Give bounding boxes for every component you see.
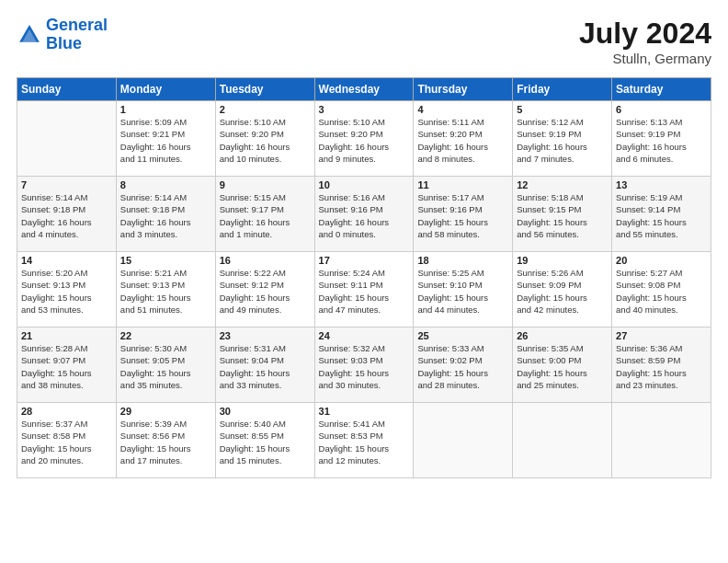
logo-text: General Blue (46, 17, 108, 53)
day-number: 25 (417, 330, 508, 341)
calendar-title: July 2024 (579, 17, 711, 51)
calendar-week-row: 14Sunrise: 5:20 AM Sunset: 9:13 PM Dayli… (17, 252, 711, 327)
day-info: Sunrise: 5:36 AM Sunset: 8:59 PM Dayligh… (616, 342, 707, 391)
day-info: Sunrise: 5:11 AM Sunset: 9:20 PM Dayligh… (417, 116, 508, 165)
day-number: 6 (616, 104, 707, 115)
calendar-cell: 5Sunrise: 5:12 AM Sunset: 9:19 PM Daylig… (513, 101, 612, 177)
calendar-header-row: SundayMondayTuesdayWednesdayThursdayFrid… (17, 78, 711, 101)
day-info: Sunrise: 5:21 AM Sunset: 9:13 PM Dayligh… (120, 267, 211, 316)
logo-icon (17, 22, 42, 48)
page-container: General Blue July 2024 Stulln, Germany S… (0, 0, 728, 488)
calendar-cell: 31Sunrise: 5:41 AM Sunset: 8:53 PM Dayli… (314, 403, 414, 478)
calendar-week-row: 7Sunrise: 5:14 AM Sunset: 9:18 PM Daylig… (17, 177, 711, 252)
col-header-tuesday: Tuesday (215, 78, 314, 101)
day-info: Sunrise: 5:10 AM Sunset: 9:20 PM Dayligh… (319, 116, 410, 165)
day-number: 18 (417, 255, 508, 266)
calendar-location: Stulln, Germany (579, 51, 711, 66)
calendar-cell (513, 403, 612, 478)
col-header-thursday: Thursday (414, 78, 513, 101)
day-number: 31 (319, 406, 410, 417)
logo-blue-text: Blue (46, 34, 82, 52)
col-header-wednesday: Wednesday (314, 78, 414, 101)
day-number: 4 (417, 104, 508, 115)
day-info: Sunrise: 5:24 AM Sunset: 9:11 PM Dayligh… (319, 267, 410, 316)
day-number: 8 (120, 179, 211, 190)
calendar-cell: 22Sunrise: 5:30 AM Sunset: 9:05 PM Dayli… (116, 327, 215, 403)
calendar-cell (414, 403, 513, 478)
calendar-cell: 29Sunrise: 5:39 AM Sunset: 8:56 PM Dayli… (116, 403, 215, 478)
day-number: 22 (120, 330, 211, 341)
day-number: 3 (319, 104, 410, 115)
calendar-cell: 10Sunrise: 5:16 AM Sunset: 9:16 PM Dayli… (314, 177, 414, 252)
day-info: Sunrise: 5:27 AM Sunset: 9:08 PM Dayligh… (616, 267, 707, 316)
day-number: 12 (517, 179, 608, 190)
day-info: Sunrise: 5:14 AM Sunset: 9:18 PM Dayligh… (120, 191, 211, 240)
day-info: Sunrise: 5:10 AM Sunset: 9:20 PM Dayligh… (220, 116, 311, 165)
day-info: Sunrise: 5:26 AM Sunset: 9:09 PM Dayligh… (517, 267, 608, 316)
calendar-cell: 13Sunrise: 5:19 AM Sunset: 9:14 PM Dayli… (612, 177, 711, 252)
day-info: Sunrise: 5:32 AM Sunset: 9:03 PM Dayligh… (319, 342, 410, 391)
day-info: Sunrise: 5:40 AM Sunset: 8:55 PM Dayligh… (220, 418, 311, 466)
col-header-monday: Monday (116, 78, 215, 101)
calendar-week-row: 21Sunrise: 5:28 AM Sunset: 9:07 PM Dayli… (17, 327, 711, 403)
day-info: Sunrise: 5:35 AM Sunset: 9:00 PM Dayligh… (517, 342, 608, 391)
day-number: 23 (220, 330, 311, 341)
day-number: 11 (417, 179, 508, 190)
logo: General Blue (17, 17, 108, 53)
calendar-cell: 3Sunrise: 5:10 AM Sunset: 9:20 PM Daylig… (314, 101, 414, 177)
day-info: Sunrise: 5:13 AM Sunset: 9:19 PM Dayligh… (616, 116, 707, 165)
day-number: 14 (21, 255, 112, 266)
day-number: 10 (319, 179, 410, 190)
day-number: 17 (319, 255, 410, 266)
day-info: Sunrise: 5:41 AM Sunset: 8:53 PM Dayligh… (319, 418, 410, 466)
day-number: 2 (220, 104, 311, 115)
calendar-cell: 7Sunrise: 5:14 AM Sunset: 9:18 PM Daylig… (17, 177, 117, 252)
day-number: 26 (517, 330, 608, 341)
day-info: Sunrise: 5:15 AM Sunset: 9:17 PM Dayligh… (220, 191, 311, 240)
day-info: Sunrise: 5:33 AM Sunset: 9:02 PM Dayligh… (417, 342, 508, 391)
day-number: 24 (319, 330, 410, 341)
day-number: 15 (120, 255, 211, 266)
day-number: 29 (120, 406, 211, 417)
day-info: Sunrise: 5:19 AM Sunset: 9:14 PM Dayligh… (616, 191, 707, 240)
calendar-cell: 2Sunrise: 5:10 AM Sunset: 9:20 PM Daylig… (215, 101, 314, 177)
day-info: Sunrise: 5:22 AM Sunset: 9:12 PM Dayligh… (220, 267, 311, 316)
calendar-week-row: 1Sunrise: 5:09 AM Sunset: 9:21 PM Daylig… (17, 101, 711, 177)
day-info: Sunrise: 5:17 AM Sunset: 9:16 PM Dayligh… (417, 191, 508, 240)
calendar-cell: 16Sunrise: 5:22 AM Sunset: 9:12 PM Dayli… (215, 252, 314, 327)
calendar-cell: 1Sunrise: 5:09 AM Sunset: 9:21 PM Daylig… (116, 101, 215, 177)
day-number: 30 (220, 406, 311, 417)
day-info: Sunrise: 5:09 AM Sunset: 9:21 PM Dayligh… (120, 116, 211, 165)
day-info: Sunrise: 5:31 AM Sunset: 9:04 PM Dayligh… (220, 342, 311, 391)
calendar-cell: 9Sunrise: 5:15 AM Sunset: 9:17 PM Daylig… (215, 177, 314, 252)
day-info: Sunrise: 5:37 AM Sunset: 8:58 PM Dayligh… (21, 418, 112, 466)
day-info: Sunrise: 5:39 AM Sunset: 8:56 PM Dayligh… (120, 418, 211, 466)
calendar-cell: 27Sunrise: 5:36 AM Sunset: 8:59 PM Dayli… (612, 327, 711, 403)
day-number: 27 (616, 330, 707, 341)
day-info: Sunrise: 5:30 AM Sunset: 9:05 PM Dayligh… (120, 342, 211, 391)
day-number: 20 (616, 255, 707, 266)
calendar-cell: 17Sunrise: 5:24 AM Sunset: 9:11 PM Dayli… (314, 252, 414, 327)
calendar-cell (612, 403, 711, 478)
col-header-sunday: Sunday (17, 78, 117, 101)
day-number: 13 (616, 179, 707, 190)
day-number: 28 (21, 406, 112, 417)
day-number: 16 (220, 255, 311, 266)
calendar-cell: 21Sunrise: 5:28 AM Sunset: 9:07 PM Dayli… (17, 327, 117, 403)
calendar-cell: 15Sunrise: 5:21 AM Sunset: 9:13 PM Dayli… (116, 252, 215, 327)
calendar-cell: 18Sunrise: 5:25 AM Sunset: 9:10 PM Dayli… (414, 252, 513, 327)
day-info: Sunrise: 5:20 AM Sunset: 9:13 PM Dayligh… (21, 267, 112, 316)
calendar-cell: 14Sunrise: 5:20 AM Sunset: 9:13 PM Dayli… (17, 252, 117, 327)
day-info: Sunrise: 5:12 AM Sunset: 9:19 PM Dayligh… (517, 116, 608, 165)
calendar-cell: 11Sunrise: 5:17 AM Sunset: 9:16 PM Dayli… (414, 177, 513, 252)
calendar-week-row: 28Sunrise: 5:37 AM Sunset: 8:58 PM Dayli… (17, 403, 711, 478)
calendar-cell: 8Sunrise: 5:14 AM Sunset: 9:18 PM Daylig… (116, 177, 215, 252)
calendar-cell: 4Sunrise: 5:11 AM Sunset: 9:20 PM Daylig… (414, 101, 513, 177)
day-info: Sunrise: 5:25 AM Sunset: 9:10 PM Dayligh… (417, 267, 508, 316)
col-header-friday: Friday (513, 78, 612, 101)
calendar-cell: 23Sunrise: 5:31 AM Sunset: 9:04 PM Dayli… (215, 327, 314, 403)
col-header-saturday: Saturday (612, 78, 711, 101)
calendar-cell: 25Sunrise: 5:33 AM Sunset: 9:02 PM Dayli… (414, 327, 513, 403)
calendar-cell: 20Sunrise: 5:27 AM Sunset: 9:08 PM Dayli… (612, 252, 711, 327)
calendar-cell: 30Sunrise: 5:40 AM Sunset: 8:55 PM Dayli… (215, 403, 314, 478)
